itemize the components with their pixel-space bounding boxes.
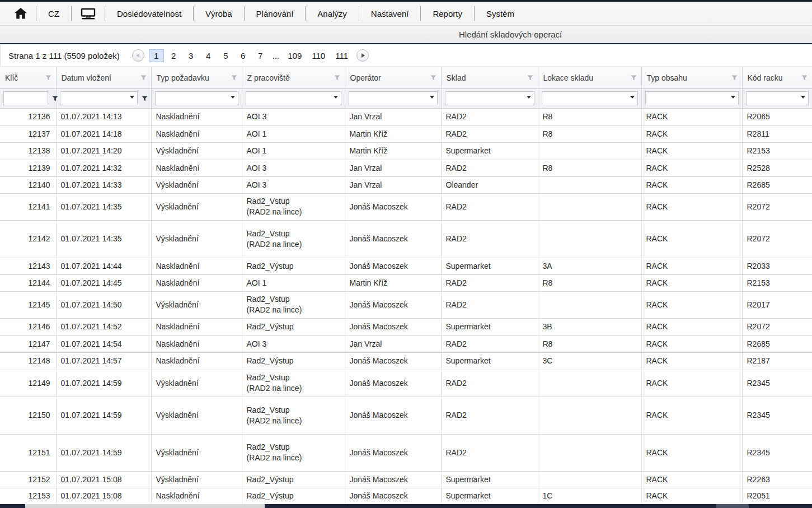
filter-menu-button-datum-vlozeni[interactable] (142, 96, 148, 101)
cell-operator: Jonáš Macoszek (345, 220, 441, 258)
monitor-icon[interactable] (72, 8, 105, 20)
next-page-button[interactable] (356, 49, 369, 62)
nav-item-cz[interactable]: CZ (36, 9, 71, 18)
cell-lokace-skladu: R8 (538, 108, 641, 125)
home-icon[interactable] (6, 8, 36, 19)
column-header-datum-vlozeni[interactable]: Datum vložení (56, 67, 151, 88)
cell-operator: Jonáš Macoszek (345, 488, 441, 504)
table-row[interactable]: 1214301.07.2021 14:44NaskladněníRad2_Výs… (0, 258, 812, 274)
table-row[interactable]: 1214001.07.2021 14:33VýskladněníAOI 3Jan… (0, 176, 812, 193)
table-row[interactable]: 1214201.07.2021 14:35VýskladněníRad2_Vst… (0, 220, 812, 258)
header-filter-button[interactable] (731, 75, 738, 81)
filter-combo-datum-vlozeni[interactable] (60, 91, 138, 105)
table-row[interactable]: 1214101.07.2021 14:35VýskladněníRad2_Vst… (0, 193, 812, 220)
cell-klic: 12152 (0, 471, 56, 488)
cell-klic: 12153 (0, 488, 56, 504)
cell-typ-pozadavku: Naskladnění (151, 108, 242, 125)
horizontal-scrollbar[interactable] (0, 504, 812, 508)
filter-menu-button-klic[interactable] (52, 96, 58, 101)
cell-typ-pozadavku: Naskladnění (151, 318, 242, 335)
horizontal-scrollbar-thumb[interactable] (25, 504, 265, 508)
cell-kod-racku: R2263 (742, 471, 812, 488)
filter-cell-klic (0, 88, 56, 108)
column-header-lokace-skladu[interactable]: Lokace skladu (538, 67, 641, 88)
cell-datum-vlozeni: 01.07.2021 14:50 (56, 291, 151, 318)
page-button-3[interactable]: 3 (184, 49, 199, 62)
cell-klic: 12148 (0, 352, 56, 370)
header-filter-button[interactable] (231, 75, 237, 81)
prev-page-button[interactable] (132, 49, 144, 62)
cell-typ-pozadavku: Naskladnění (151, 352, 242, 370)
header-filter-button[interactable] (430, 75, 436, 81)
column-header-sklad[interactable]: Sklad (441, 67, 538, 88)
header-filter-button[interactable] (801, 75, 808, 81)
header-filter-button[interactable] (140, 75, 147, 81)
filter-combo-z-pracoviste[interactable] (246, 91, 341, 105)
page-button-111[interactable]: 111 (331, 49, 352, 62)
table-row[interactable]: 1214601.07.2021 14:52NaskladněníRad2_Výs… (0, 318, 812, 335)
cell-z-pracoviste: AOI 3 (242, 176, 345, 193)
cell-klic: 12140 (0, 176, 56, 193)
table-row[interactable]: 1215101.07.2021 14:59VýskladněníRad2_Vst… (0, 434, 812, 471)
table-row[interactable]: 1214701.07.2021 14:54NaskladněníAOI 3Jan… (0, 335, 812, 352)
nav-item-system[interactable]: Systém (475, 9, 526, 18)
header-filter-button[interactable] (527, 75, 533, 81)
table-row[interactable]: 1215301.07.2021 15:08NaskladněníRad2_Výs… (0, 488, 812, 504)
page-button-2[interactable]: 2 (166, 49, 181, 62)
cell-typ-obsahu: RACK (641, 335, 742, 352)
filter-controls (542, 91, 638, 105)
filter-combo-typ-obsahu[interactable] (645, 91, 739, 105)
table-row[interactable]: 1214501.07.2021 14:50VýskladněníRad2_Vst… (0, 291, 812, 318)
page-button-109[interactable]: 109 (284, 49, 306, 62)
table-row[interactable]: 1213601.07.2021 14:13NaskladněníAOI 3Jan… (0, 108, 812, 125)
cell-kod-racku: R2072 (742, 193, 812, 220)
nav-item-analyzy[interactable]: Analýzy (306, 9, 359, 18)
filter-funnel-icon (631, 75, 637, 81)
nav-item-nastaveni[interactable]: Nastavení (359, 9, 421, 18)
header-filter-button[interactable] (334, 75, 340, 81)
horizontal-scrollbar-thumb-secondary[interactable] (716, 504, 749, 508)
page-button-5[interactable]: 5 (218, 49, 233, 62)
header-filter-button[interactable] (45, 75, 51, 81)
filter-input-klic[interactable] (3, 91, 48, 105)
table-row[interactable]: 1215201.07.2021 15:08VýskladněníRad2_Výs… (0, 471, 812, 488)
cell-operator: Jonáš Macoszek (345, 471, 441, 488)
cell-datum-vlozeni: 01.07.2021 14:52 (56, 318, 151, 335)
column-header-klic[interactable]: Klíč (0, 67, 56, 88)
filter-combo-lokace-skladu[interactable] (542, 91, 638, 105)
column-header-typ-obsahu[interactable]: Typ obsahu (641, 67, 742, 88)
table-row[interactable]: 1213701.07.2021 14:18NaskladněníAOI 1Mar… (0, 125, 812, 142)
column-header-operator[interactable]: Operátor (345, 67, 441, 88)
column-header-kod-racku[interactable]: Kód racku (742, 67, 812, 88)
table-row[interactable]: 1214901.07.2021 14:59VýskladněníRad2_Vst… (0, 370, 812, 397)
nav-item-reporty[interactable]: Reporty (421, 9, 474, 18)
filter-combo-kod-racku[interactable] (746, 91, 809, 105)
table-row[interactable]: 1213801.07.2021 14:20VýskladněníAOI 1Mar… (0, 142, 812, 160)
table-row[interactable]: 1213901.07.2021 14:32NaskladněníAOI 3Jan… (0, 160, 812, 176)
filter-combo-typ-pozadavku[interactable] (155, 91, 238, 105)
chevron-down-icon (334, 96, 338, 99)
cell-datum-vlozeni: 01.07.2021 14:33 (56, 176, 151, 193)
column-header-z-pracoviste[interactable]: Z pracoviště (242, 67, 345, 88)
header-filter-button[interactable] (631, 75, 637, 81)
nav-item-planovani[interactable]: Plánování (245, 9, 306, 18)
nav-item-vyroba[interactable]: Výroba (194, 9, 244, 18)
table-row[interactable]: 1214401.07.2021 14:45NaskladněníAOI 1Mar… (0, 274, 812, 291)
cell-klic: 12146 (0, 318, 56, 335)
table-row[interactable]: 1214801.07.2021 14:57NaskladněníRad2_Výs… (0, 352, 812, 370)
page-button-4[interactable]: 4 (201, 49, 216, 62)
filter-combo-operator[interactable] (349, 91, 438, 105)
nav-item-dosledovatelnost[interactable]: Dosledovatelnost (105, 9, 193, 18)
page-button-1[interactable]: 1 (149, 49, 164, 62)
cell-typ-obsahu: RACK (641, 108, 742, 125)
filter-combo-sklad[interactable] (445, 91, 534, 105)
filter-funnel-icon (801, 75, 808, 81)
page-button-6[interactable]: 6 (236, 49, 251, 62)
page-button-7[interactable]: 7 (253, 49, 268, 62)
column-header-typ-pozadavku[interactable]: Typ požadavku (151, 67, 242, 88)
table-row[interactable]: 1215001.07.2021 14:59VýskladněníRad2_Vst… (0, 397, 812, 434)
cell-kod-racku: R2685 (742, 335, 812, 352)
cell-operator: Jonáš Macoszek (345, 193, 441, 220)
cell-z-pracoviste: Rad2_Výstup (242, 488, 345, 504)
page-button-110[interactable]: 110 (308, 49, 329, 62)
